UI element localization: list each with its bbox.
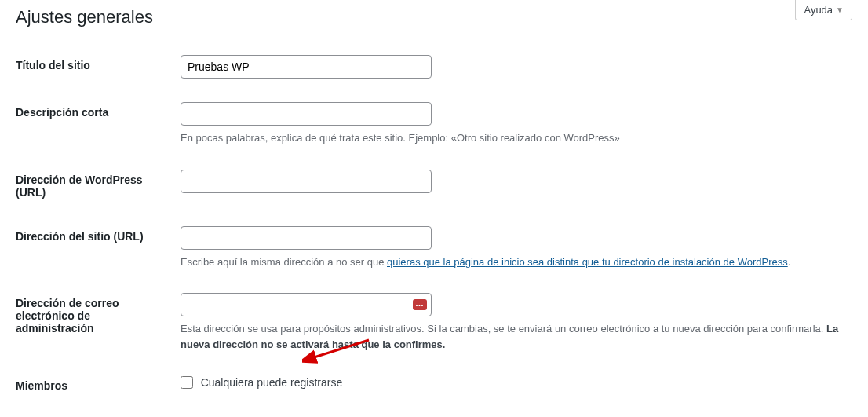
membership-checkbox-wrap[interactable]: Cualquiera puede registrarse xyxy=(181,375,342,387)
chevron-down-icon: ▼ xyxy=(836,5,844,14)
wp-url-label: Dirección de WordPress (URL) xyxy=(16,158,173,214)
site-title-label: Título del sitio xyxy=(16,43,173,90)
settings-form: Título del sitio Descripción corta En po… xyxy=(16,43,852,417)
help-tab[interactable]: Ayuda ▼ xyxy=(795,0,852,20)
admin-email-input[interactable] xyxy=(181,293,432,316)
membership-label: Miembros xyxy=(16,364,173,408)
site-url-input[interactable] xyxy=(181,226,432,250)
password-manager-icon: ••• xyxy=(413,299,427,310)
site-url-description: Escribe aquí la misma dirección a no ser… xyxy=(181,254,844,270)
wp-url-input[interactable] xyxy=(181,170,432,193)
default-role-label: Perfil por defecto para los nuevos usuar… xyxy=(16,408,173,417)
tagline-input[interactable] xyxy=(181,102,432,126)
page-title: Ajustes generales xyxy=(16,0,852,43)
admin-email-label: Dirección de correo electrónico de admin… xyxy=(16,281,173,364)
tagline-description: En pocas palabras, explica de qué trata … xyxy=(181,130,844,146)
site-title-input[interactable] xyxy=(181,55,432,79)
help-tab-label: Ayuda xyxy=(804,4,833,16)
site-url-label: Dirección del sitio (URL) xyxy=(16,214,173,282)
membership-checkbox[interactable] xyxy=(181,376,193,389)
membership-checkbox-label: Cualquiera puede registrarse xyxy=(201,376,343,389)
site-url-help-link[interactable]: quieras que la página de inicio sea dist… xyxy=(387,256,788,268)
admin-email-description: Esta dirección se usa para propósitos ad… xyxy=(181,321,844,352)
tagline-label: Descripción corta xyxy=(16,90,173,158)
